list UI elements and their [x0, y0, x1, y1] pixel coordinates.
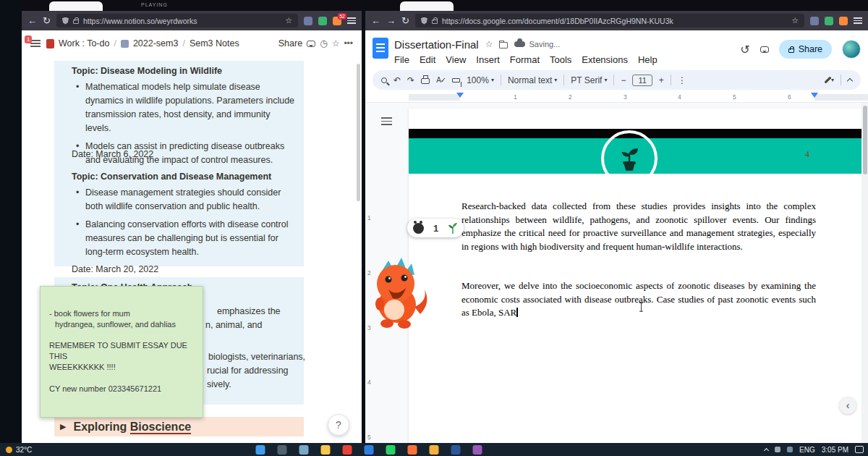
breadcrumb-leaf[interactable]: Sem3 Notes: [190, 38, 239, 48]
menu-format[interactable]: Format: [510, 54, 540, 65]
search-icon[interactable]: [381, 77, 387, 83]
document-page[interactable]: 4 Research-backed data collected from th…: [409, 109, 868, 443]
firefox-extension-icon[interactable]: [839, 17, 848, 25]
comments-icon[interactable]: [307, 41, 315, 47]
menu-view[interactable]: View: [446, 54, 466, 65]
increase-font-size-button[interactable]: +: [659, 75, 664, 85]
address-bar[interactable]: https://www.notion.so/weyrdworks ☆: [56, 14, 298, 28]
zoom-select[interactable]: 100% ▾: [467, 75, 494, 85]
comments-icon[interactable]: [760, 46, 769, 53]
tray-expand-chevron-icon[interactable]: [764, 447, 769, 452]
paragraph-style-select[interactable]: Normal text ▾: [508, 75, 557, 85]
sticky-note[interactable]: - book flowers for mum hydrangea, sunflo…: [40, 286, 203, 418]
collapse-toolbar-icon[interactable]: [847, 78, 853, 84]
taskbar-app-search[interactable]: [278, 445, 287, 455]
document-outline-icon[interactable]: [381, 117, 392, 125]
font-select[interactable]: PT Serif ▾: [571, 75, 607, 85]
left-scrollbar-thumb[interactable]: [357, 64, 360, 201]
print-icon[interactable]: [421, 78, 430, 84]
redo-icon[interactable]: ↷: [407, 75, 414, 85]
back-icon[interactable]: ←: [371, 16, 380, 25]
menu-extensions[interactable]: Extensions: [582, 54, 628, 65]
paint-format-icon[interactable]: [452, 78, 460, 83]
reload-icon[interactable]: ↻: [43, 16, 51, 25]
breadcrumb-mid[interactable]: 2022-sem3: [133, 38, 179, 48]
undo-icon[interactable]: ↶: [393, 75, 401, 85]
pet-extension-widget[interactable]: 1: [407, 219, 464, 237]
menu-help[interactable]: Help: [638, 54, 658, 65]
account-avatar[interactable]: [842, 40, 861, 59]
spellcheck-icon[interactable]: A✓: [436, 76, 446, 84]
sidebar-toggle-icon[interactable]: 1: [30, 40, 41, 47]
share-button[interactable]: Share: [779, 40, 832, 59]
notion-page-content[interactable]: Topic: Disease Modeling in Wildlife • Ma…: [22, 56, 362, 443]
decrease-font-size-button[interactable]: −: [621, 75, 626, 85]
taskbar-app-widgets[interactable]: [299, 445, 309, 455]
back-icon[interactable]: ←: [27, 16, 37, 25]
help-button[interactable]: ?: [328, 414, 349, 436]
share-button[interactable]: Share: [278, 38, 302, 48]
taskbar-app-whatsapp[interactable]: [386, 445, 396, 455]
left-margin-marker[interactable]: [456, 93, 464, 101]
extension-icon[interactable]: [810, 17, 819, 25]
paragraph-text: Research-backed data collected from thes…: [461, 200, 816, 252]
docs-scrollbar[interactable]: [861, 103, 868, 443]
taskbar-app-firefox[interactable]: [408, 445, 417, 455]
active-tab[interactable]: [49, 1, 103, 11]
taskbar-app-chrome[interactable]: [343, 445, 352, 455]
clock[interactable]: 3:05 PM: [822, 446, 848, 454]
breadcrumb-root[interactable]: Work : To-do: [59, 38, 109, 48]
right-margin-marker[interactable]: [811, 93, 818, 101]
more-toolbar-options[interactable]: ⋮: [678, 75, 686, 85]
extension-icon[interactable]: [304, 17, 312, 25]
firefox-extension-icon[interactable]: 52: [333, 17, 341, 25]
language-indicator[interactable]: ENG: [799, 446, 815, 454]
notification-center-icon[interactable]: [855, 446, 864, 453]
editing-mode-select[interactable]: ▾: [827, 76, 834, 84]
taskbar-app-paint[interactable]: [473, 445, 482, 455]
move-folder-icon[interactable]: [499, 42, 508, 48]
forward-icon[interactable]: →: [386, 16, 396, 25]
menu-hamburger-icon[interactable]: [854, 17, 862, 24]
menu-edit[interactable]: Edit: [420, 54, 435, 65]
bullet-item: • Balancing conservation efforts with di…: [54, 216, 304, 261]
adblock-extension-icon[interactable]: [318, 17, 327, 25]
desktop-pet-mascot[interactable]: [365, 256, 433, 332]
weather-widget[interactable]: 32°C: [0, 446, 32, 454]
tracking-shield-icon[interactable]: [421, 17, 427, 25]
horizontal-ruler[interactable]: 1 2 3 4 5 6: [365, 92, 868, 103]
taskbar-app-explorer[interactable]: [321, 445, 331, 455]
updates-clock-icon[interactable]: ◷: [320, 38, 327, 48]
bullet-text: Mathematical models help simulate diseas…: [85, 80, 298, 135]
version-history-icon[interactable]: ↺: [740, 43, 749, 56]
toggle-triangle-icon[interactable]: ▶: [60, 422, 66, 431]
taskbar-app-word[interactable]: [451, 445, 461, 455]
docs-scrollbar-thumb[interactable]: [863, 106, 867, 174]
toggle-heading-exploring-bioscience[interactable]: ▶ Exploring Bioscience: [54, 417, 304, 436]
google-docs-icon[interactable]: [373, 38, 388, 59]
taskbar-app-store[interactable]: [365, 445, 374, 455]
star-favorite-icon[interactable]: ☆: [485, 40, 493, 48]
menu-hamburger-icon[interactable]: [347, 17, 356, 24]
taskbar-app-folder[interactable]: [430, 445, 439, 455]
font-size-input[interactable]: 11: [632, 75, 652, 86]
callout-block[interactable]: Topic: Conservation and Disease Manageme…: [54, 166, 304, 266]
taskbar-app-edge[interactable]: [256, 445, 265, 455]
menu-file[interactable]: File: [394, 54, 409, 65]
favorite-star-icon[interactable]: ☆: [332, 38, 340, 48]
menu-tools[interactable]: Tools: [550, 54, 571, 65]
menu-insert[interactable]: Insert: [476, 54, 500, 65]
heading-word: Exploring: [73, 421, 127, 433]
bookmark-star-icon[interactable]: ☆: [285, 16, 292, 25]
address-bar[interactable]: https://docs.google.com/document/d/18DbP…: [415, 14, 804, 28]
bookmark-star-icon[interactable]: ☆: [791, 16, 799, 25]
tray-icon[interactable]: [775, 447, 780, 452]
reload-icon[interactable]: ↻: [401, 16, 409, 25]
tracking-shield-icon[interactable]: [62, 17, 69, 25]
document-title[interactable]: Dissertation-Final: [394, 38, 479, 51]
more-options-button[interactable]: •••: [344, 38, 353, 48]
tray-icon[interactable]: [787, 447, 793, 452]
active-tab[interactable]: [400, 1, 454, 11]
adblock-extension-icon[interactable]: [825, 17, 833, 25]
side-panel-collapse-button[interactable]: ‹: [839, 397, 856, 414]
